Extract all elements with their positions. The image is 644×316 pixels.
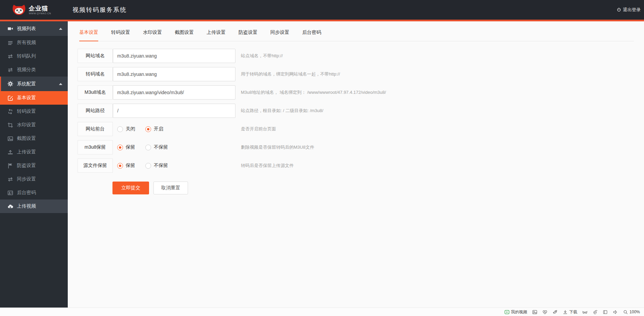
sidebar-item-label: 后台密码: [17, 190, 36, 196]
content-panel: 基本设置转码设置水印设置截图设置上传设置防盗设置同步设置后台密码 网站域名站点域…: [68, 21, 644, 308]
statusbar-my-videos[interactable]: 我的视频: [504, 309, 527, 315]
field-hint: 站点路径，根目录如: / 二级目录如: /m3u8/: [241, 108, 323, 114]
form-row-site-front: 网站前台关闭开启是否开启前台页面: [78, 122, 644, 136]
gear-icon: [7, 81, 13, 87]
tab-sync-settings[interactable]: 同步设置: [270, 21, 289, 41]
statusbar-picture[interactable]: [532, 310, 537, 315]
radio-label: 保留: [126, 144, 135, 150]
site-front-option[interactable]: 关闭: [117, 126, 135, 132]
tab-upload-settings[interactable]: 上传设置: [207, 21, 226, 41]
sidebar-item-antitheft-settings[interactable]: 防盗设置: [0, 159, 68, 172]
radio-label: 不保留: [154, 163, 168, 169]
swap-icon: [7, 67, 13, 73]
sidebar-item-video-list[interactable]: 视频列表: [0, 21, 68, 36]
sidebar-item-watermark-settings[interactable]: 水印设置: [0, 118, 68, 132]
field-hint: 删除视频是否保留转码后的M3U8文件: [241, 144, 314, 150]
speaker-icon: [613, 310, 618, 315]
logo-subtitle: WWW.QYMAO.CN: [29, 12, 51, 15]
download-icon: [563, 310, 568, 315]
field-label: m3u8保留: [78, 140, 113, 154]
radio-icon: [145, 163, 151, 169]
field-label: 源文件保留: [78, 159, 113, 173]
sidebar-item-label: 上传视频: [17, 203, 36, 209]
sidebar-item-label: 视频分类: [17, 67, 36, 73]
field-hint: M3u8地址的域名， 域名绑定到： /www/wwwroot/47.97.4.1…: [241, 89, 386, 96]
statusbar-label: 100%: [629, 310, 640, 314]
statusbar-heart[interactable]: [542, 310, 547, 315]
sidebar-item-video-category[interactable]: 视频分类: [0, 63, 68, 77]
website-domain-input[interactable]: [113, 49, 235, 63]
sidebar-item-transcode-queue[interactable]: 转码队列: [0, 49, 68, 63]
radio-icon: [117, 126, 123, 132]
submit-button[interactable]: 立即提交: [112, 182, 149, 194]
sidebar-item-label: 转码队列: [17, 53, 36, 59]
m3u8-keep-option[interactable]: 保留: [117, 144, 135, 150]
tab-bar: 基本设置转码设置水印设置截图设置上传设置防盗设置同步设置后台密码: [79, 21, 634, 41]
tab-admin-password[interactable]: 后台密码: [302, 21, 321, 41]
sidebar-item-basic-settings[interactable]: 基本设置: [0, 91, 68, 105]
picture-icon: [532, 310, 537, 315]
tab-antitheft-settings[interactable]: 防盗设置: [238, 21, 257, 41]
cloud-upload-icon: [7, 204, 13, 209]
form-row-m3u8-keep: m3u8保留保留不保留删除视频是否保留转码后的M3U8文件: [78, 140, 644, 154]
sidebar-item-label: 同步设置: [17, 176, 36, 182]
statusbar-ie[interactable]: [593, 310, 598, 315]
sidebar-item-label: 上传设置: [17, 149, 36, 155]
logo-title: 企业猫: [29, 5, 51, 12]
sidebar-item-upload-settings[interactable]: 上传设置: [0, 145, 68, 159]
power-icon: [617, 7, 621, 12]
sidebar-item-transcode-settings[interactable]: 转码设置: [0, 105, 68, 118]
field-hint: 站点域名，不带http://: [241, 53, 283, 59]
field-hint: 是否开启前台页面: [241, 126, 276, 132]
sidebar-item-sync-settings[interactable]: 同步设置: [0, 172, 68, 186]
m3u8-domain-input[interactable]: [113, 85, 235, 100]
sidebar: 视频列表所有视频转码队列视频分类系统配置基本设置转码设置水印设置截图设置上传设置…: [0, 21, 68, 308]
logo: 企业猫 WWW.QYMAO.CN: [0, 4, 68, 16]
idcard-icon: [7, 190, 13, 196]
site-front-radio-group: 关闭开启: [117, 126, 235, 132]
radio-label: 关闭: [126, 126, 135, 132]
tab-transcode-settings[interactable]: 转码设置: [111, 21, 130, 41]
source-keep-option[interactable]: 保留: [117, 163, 135, 169]
sidebar-item-screenshot-settings[interactable]: 截图设置: [0, 132, 68, 145]
radio-label: 保留: [126, 163, 135, 169]
statusbar-speaker[interactable]: [613, 310, 618, 315]
source-keep-radio-group: 保留不保留: [117, 163, 235, 169]
main-area: 视频列表所有视频转码队列视频分类系统配置基本设置转码设置水印设置截图设置上传设置…: [0, 21, 644, 308]
transcode-domain-input[interactable]: [113, 67, 235, 81]
field-hint: 用于转码的域名，绑定到网站域名一起，不带http://: [241, 71, 340, 77]
ie-icon: [593, 310, 598, 315]
field-hint: 转码后是否保留上传源文件: [241, 163, 294, 169]
upload-icon: [7, 149, 13, 155]
statusbar-rocket[interactable]: [553, 310, 558, 315]
statusbar-label: 下载: [569, 309, 577, 315]
tab-screenshot-settings[interactable]: 截图设置: [175, 21, 194, 41]
sidebar-item-system-config[interactable]: 系统配置: [0, 77, 68, 91]
m3u8-keep-option[interactable]: 不保留: [145, 144, 168, 150]
radio-icon: [117, 145, 123, 150]
radio-icon: [145, 145, 151, 150]
statusbar-glasses[interactable]: [582, 310, 587, 315]
sidebar-item-label: 所有视频: [17, 40, 36, 46]
list-icon: [7, 40, 13, 46]
statusbar-window[interactable]: [603, 310, 608, 315]
sidebar-item-all-videos[interactable]: 所有视频: [0, 36, 68, 49]
site-front-option[interactable]: 开启: [145, 126, 163, 132]
reset-button[interactable]: 取消重置: [153, 182, 188, 194]
flag-icon: [7, 163, 13, 169]
statusbar-label: 我的视频: [511, 309, 527, 315]
statusbar-download[interactable]: 下载: [563, 309, 577, 315]
chevron-up-icon: [59, 83, 62, 85]
site-path-input[interactable]: [113, 104, 235, 118]
sidebar-item-admin-password[interactable]: 后台密码: [0, 186, 68, 199]
m3u8-keep-radio-group: 保留不保留: [117, 144, 235, 150]
statusbar-zoom[interactable]: 100%: [623, 310, 640, 315]
tab-watermark-settings[interactable]: 水印设置: [143, 21, 162, 41]
swap-icon: [7, 54, 13, 59]
cat-logo-icon: [12, 4, 26, 16]
sidebar-item-upload-video[interactable]: 上传视频: [0, 199, 68, 213]
form-row-source-keep: 源文件保留保留不保留转码后是否保留上传源文件: [78, 159, 644, 173]
tab-basic-settings[interactable]: 基本设置: [79, 21, 98, 41]
source-keep-option[interactable]: 不保留: [145, 163, 168, 169]
logout-button[interactable]: 退出登录: [617, 7, 644, 13]
